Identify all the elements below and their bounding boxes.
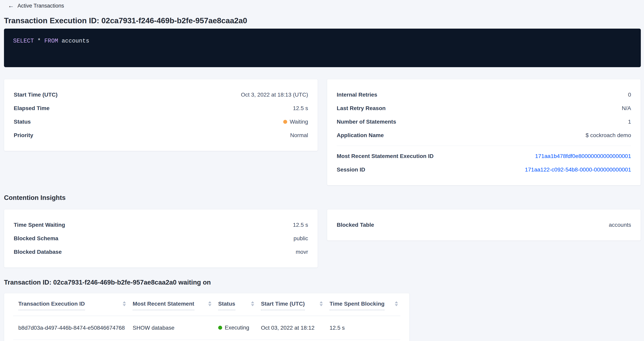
info-row-last-retry-reason: Last Retry Reason N/A <box>337 101 631 115</box>
info-row-most-recent-statement-execution-id: Most Recent Statement Execution ID 171aa… <box>337 149 631 163</box>
column-header-label: Start Time (UTC) <box>261 301 305 310</box>
info-label: Last Retry Reason <box>337 105 386 111</box>
column-header-status[interactable]: Status <box>218 301 261 316</box>
statement-execution-id-link[interactable]: 171aa1b478fdf0e80000000000000001 <box>535 153 631 159</box>
table-row: b8d7d03a-d497-446b-8474-e50846674768 SHO… <box>13 316 400 340</box>
sql-text: * <box>34 38 44 44</box>
info-row-elapsed-time: Elapsed Time 12.5 s <box>14 101 308 115</box>
sql-statement-box: SELECT * FROM accounts <box>4 29 641 67</box>
info-row-blocked-table: Blocked Table accounts <box>337 218 631 232</box>
info-label: Internal Retries <box>337 92 377 98</box>
info-row-blocked-database: Blocked Database movr <box>14 245 308 259</box>
info-value: public <box>294 235 308 242</box>
info-value: accounts <box>609 222 631 228</box>
info-row-status: Status Waiting <box>14 115 308 129</box>
cell-transaction-execution-id: b8d7d03a-d497-446b-8474-e50846674768 <box>18 325 133 331</box>
info-value: Normal <box>290 132 308 138</box>
info-row-time-spent-waiting: Time Spent Waiting 12.5 s <box>14 218 308 232</box>
arrow-left-icon: ← <box>8 2 14 9</box>
sort-icon <box>123 301 126 306</box>
info-row-session-id: Session ID 171aa122-c092-54b8-0000-00000… <box>337 163 631 176</box>
column-header-transaction-execution-id[interactable]: Transaction Execution ID <box>18 301 133 316</box>
info-label: Number of Statements <box>337 119 396 125</box>
status-executing-dot-icon <box>218 326 222 330</box>
info-label: Application Name <box>337 132 384 138</box>
info-value: Oct 3, 2022 at 18:13 (UTC) <box>241 92 308 98</box>
info-label: Blocked Table <box>337 222 374 228</box>
info-value: 12.5 s <box>293 105 308 111</box>
table-header-row: Transaction Execution ID Most Recent Sta… <box>13 301 400 316</box>
sql-keyword: SELECT <box>13 38 34 44</box>
info-label: Blocked Schema <box>14 235 58 242</box>
column-header-start-time[interactable]: Start Time (UTC) <box>261 301 330 316</box>
sort-icon <box>320 301 323 306</box>
column-header-label: Most Recent Statement <box>133 301 194 310</box>
cell-most-recent-statement: SHOW database <box>133 325 218 331</box>
waiting-on-table: Transaction Execution ID Most Recent Sta… <box>4 293 410 341</box>
column-header-label: Transaction Execution ID <box>18 301 85 310</box>
info-label: Elapsed Time <box>14 105 50 111</box>
column-header-most-recent-statement[interactable]: Most Recent Statement <box>133 301 218 316</box>
contention-right-card: Blocked Table accounts <box>327 209 641 241</box>
cell-time-spent-blocking: 12.5 s <box>330 325 400 331</box>
info-label: Session ID <box>337 167 365 173</box>
column-header-label: Time Spent Blocking <box>330 301 384 310</box>
status-text: Executing <box>225 325 249 331</box>
contention-left-card: Time Spent Waiting 12.5 s Blocked Schema… <box>4 209 318 268</box>
info-label: Status <box>14 119 31 125</box>
transaction-details-page: ← Active Transactions Transaction Execut… <box>0 0 644 341</box>
contention-insights-heading: Contention Insights <box>4 194 641 202</box>
breadcrumb-label: Active Transactions <box>18 2 64 9</box>
info-value: $ cockroach demo <box>586 132 631 138</box>
session-id-link[interactable]: 171aa122-c092-54b8-0000-000000000001 <box>525 167 631 173</box>
status-badge: Waiting <box>283 119 308 125</box>
info-value: 0 <box>628 92 631 98</box>
info-row-blocked-schema: Blocked Schema public <box>14 232 308 245</box>
waiting-on-heading: Transaction ID: 02ca7931-f246-469b-b2fe-… <box>4 278 641 286</box>
info-label: Start Time (UTC) <box>14 92 58 98</box>
sort-icon <box>395 301 398 306</box>
cell-status: Executing <box>218 325 261 331</box>
column-header-time-spent-blocking[interactable]: Time Spent Blocking <box>330 301 400 316</box>
overview-right-card: Internal Retries 0 Last Retry Reason N/A… <box>327 79 641 185</box>
info-row-start-time: Start Time (UTC) Oct 3, 2022 at 18:13 (U… <box>14 88 308 101</box>
info-row-number-of-statements: Number of Statements 1 <box>337 115 631 129</box>
status-text: Waiting <box>290 119 308 125</box>
overview-left-card: Start Time (UTC) Oct 3, 2022 at 18:13 (U… <box>4 79 318 151</box>
info-value: movr <box>296 249 308 255</box>
sql-keyword: FROM <box>44 38 58 44</box>
info-value: 12.5 s <box>293 222 308 228</box>
info-row-priority: Priority Normal <box>14 129 308 142</box>
page-title: Transaction Execution ID: 02ca7931-f246-… <box>4 17 641 25</box>
sort-icon <box>251 301 254 306</box>
info-label: Time Spent Waiting <box>14 222 65 228</box>
contention-cards-row: Time Spent Waiting 12.5 s Blocked Schema… <box>4 209 641 268</box>
column-header-label: Status <box>218 301 235 310</box>
info-label: Priority <box>14 132 33 138</box>
sort-icon <box>208 301 212 306</box>
info-label: Most Recent Statement Execution ID <box>337 153 434 159</box>
overview-cards-row: Start Time (UTC) Oct 3, 2022 at 18:13 (U… <box>4 79 641 185</box>
cell-start-time: Oct 03, 2022 at 18:12 <box>261 325 330 331</box>
status-waiting-dot-icon <box>283 120 287 124</box>
breadcrumb-back-link[interactable]: ← Active Transactions <box>8 2 64 9</box>
info-value: N/A <box>622 105 631 111</box>
info-row-internal-retries: Internal Retries 0 <box>337 88 631 101</box>
info-label: Blocked Database <box>14 249 62 255</box>
sql-text: accounts <box>58 38 89 44</box>
info-row-application-name: Application Name $ cockroach demo <box>337 129 631 142</box>
info-value: 1 <box>628 119 631 125</box>
card-divider <box>337 146 631 146</box>
